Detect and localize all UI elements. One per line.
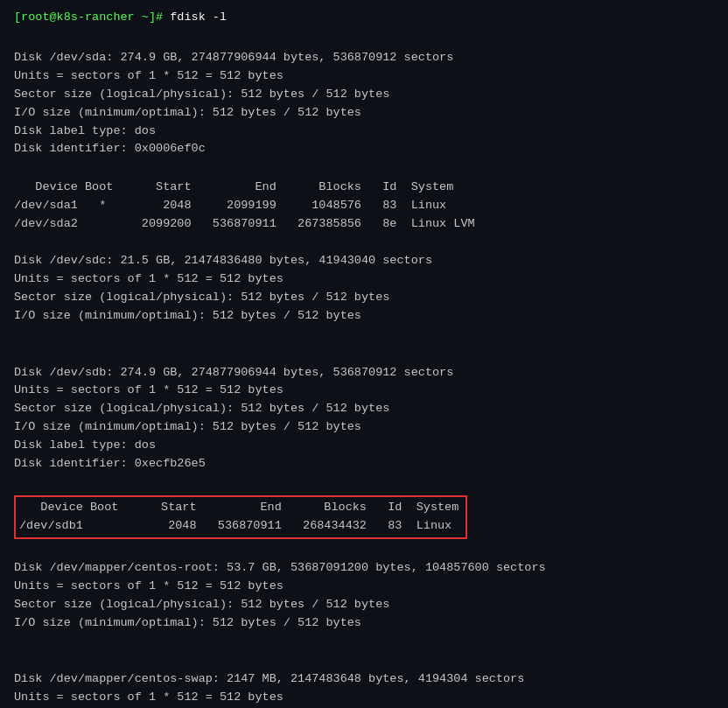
centos-swap-line-1: Disk /dev/mapper/centos-swap: 2147 MB, 2… xyxy=(14,670,714,689)
sda-line-5: Disk label type: dos xyxy=(14,123,714,141)
sda-table-row-1: /dev/sda1 * 2048 2099199 1048576 83 Linu… xyxy=(14,197,714,215)
sda-line-4: I/O size (minimum/optimal): 512 bytes / … xyxy=(14,104,714,123)
section-centos-root: Disk /dev/mapper/centos-root: 53.7 GB, 5… xyxy=(14,559,714,633)
sda-line-1: Disk /dev/sda: 274.9 GB, 274877906944 by… xyxy=(14,49,714,67)
sdb-table-highlighted: Device Boot Start End Blocks Id System /… xyxy=(14,495,467,539)
sdb-table-row-1: /dev/sdb1 2048 536870911 268434432 83 Li… xyxy=(19,517,458,536)
sdc-line-1: Disk /dev/sdc: 21.5 GB, 21474836480 byte… xyxy=(14,252,714,270)
sdc-line-3: Sector size (logical/physical): 512 byte… xyxy=(14,289,714,307)
sda-table-row-2: /dev/sda2 2099200 536870911 267385856 8e… xyxy=(14,215,714,234)
sda-table: Device Boot Start End Blocks Id System /… xyxy=(14,179,714,234)
sdb-line-2: Units = sectors of 1 * 512 = 512 bytes xyxy=(14,382,714,400)
sdb-line-3: Sector size (logical/physical): 512 byte… xyxy=(14,400,714,418)
prompt-command: fdisk -l xyxy=(170,11,227,24)
sdb-table-header: Device Boot Start End Blocks Id System xyxy=(19,499,458,517)
centos-root-line-1: Disk /dev/mapper/centos-root: 53.7 GB, 5… xyxy=(14,559,714,578)
sdc-line-2: Units = sectors of 1 * 512 = 512 bytes xyxy=(14,270,714,289)
sda-line-6: Disk identifier: 0x0006ef0c xyxy=(14,140,714,158)
prompt-label: [root@k8s-rancher ~]# xyxy=(14,11,163,24)
section-sda: Disk /dev/sda: 274.9 GB, 274877906944 by… xyxy=(14,49,714,159)
sda-line-2: Units = sectors of 1 * 512 = 512 bytes xyxy=(14,67,714,86)
terminal-window: [root@k8s-rancher ~]# fdisk -l Disk /dev… xyxy=(0,0,728,708)
sdc-line-4: I/O size (minimum/optimal): 512 bytes / … xyxy=(14,307,714,326)
sda-line-3: Sector size (logical/physical): 512 byte… xyxy=(14,86,714,104)
sda-table-header: Device Boot Start End Blocks Id System xyxy=(14,179,714,197)
centos-root-line-2: Units = sectors of 1 * 512 = 512 bytes xyxy=(14,578,714,596)
section-sdb: Disk /dev/sdb: 274.9 GB, 274877906944 by… xyxy=(14,364,714,474)
sdb-line-1: Disk /dev/sdb: 274.9 GB, 274877906944 by… xyxy=(14,364,714,382)
centos-swap-line-2: Units = sectors of 1 * 512 = 512 bytes xyxy=(14,689,714,707)
sdb-line-4: I/O size (minimum/optimal): 512 bytes / … xyxy=(14,418,714,437)
prompt-line: [root@k8s-rancher ~]# fdisk -l xyxy=(14,9,714,27)
sdb-line-6: Disk identifier: 0xecfb26e5 xyxy=(14,455,714,473)
section-centos-swap: Disk /dev/mapper/centos-swap: 2147 MB, 2… xyxy=(14,670,714,708)
centos-root-line-4: I/O size (minimum/optimal): 512 bytes / … xyxy=(14,614,714,633)
sdb-line-5: Disk label type: dos xyxy=(14,437,714,455)
section-sdc: Disk /dev/sdc: 21.5 GB, 21474836480 byte… xyxy=(14,252,714,326)
centos-root-line-3: Sector size (logical/physical): 512 byte… xyxy=(14,596,714,614)
